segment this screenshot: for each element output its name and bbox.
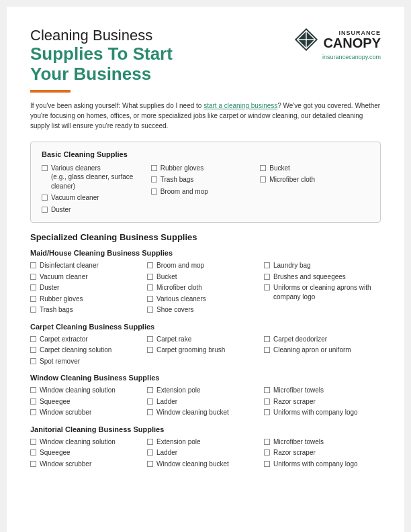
item-label: Trash bags	[161, 175, 194, 184]
checkbox[interactable]	[151, 189, 157, 195]
checkbox[interactable]	[264, 274, 270, 280]
checkbox[interactable]	[30, 409, 36, 415]
checkbox[interactable]	[147, 274, 153, 280]
carpet-col1: Carpet extractor Carpet cleaning solutio…	[30, 335, 147, 366]
intro-text: If you've been asking yourself: What sup…	[30, 101, 381, 131]
checkbox[interactable]	[151, 165, 157, 171]
checkbox[interactable]	[264, 398, 270, 405]
item-label: Uniforms or cleaning aprons with company…	[273, 283, 378, 301]
maid-col2: Broom and mop Bucket Microfiber cloth Va…	[147, 261, 264, 315]
checkbox[interactable]	[42, 207, 48, 213]
carpet-col2: Carpet rake Carpet grooming brush	[147, 335, 264, 366]
item-label: Extension pole	[156, 386, 201, 395]
list-item: Window cleaning solution	[30, 437, 147, 447]
checkbox[interactable]	[147, 307, 153, 313]
checkbox[interactable]	[260, 165, 266, 171]
list-item: Microfiber cloth	[260, 175, 369, 184]
list-item: Trash bags	[151, 175, 261, 184]
list-item: Rubber gloves	[30, 295, 147, 304]
item-label: Razor scraper	[273, 448, 316, 458]
list-item: Trash bags	[30, 305, 147, 315]
checkbox[interactable]	[30, 296, 36, 302]
item-label: Brushes and squeegees	[273, 272, 346, 282]
intro-link[interactable]: start a cleaning business	[203, 102, 277, 109]
logo-text-block: INSURANCE CANOPY	[323, 30, 381, 50]
checkbox[interactable]	[264, 439, 270, 445]
basic-section: Basic Cleaning Supplies Various cleaners…	[30, 142, 381, 223]
checkbox[interactable]	[147, 398, 153, 405]
janitorial-col3: Microfiber towels Razor scraper Uniforms…	[264, 437, 381, 469]
checkbox[interactable]	[264, 461, 270, 467]
checkbox[interactable]	[264, 449, 270, 456]
janitorial-col1: Window cleaning solution Squeegee Window…	[30, 437, 147, 469]
list-item: Shoe covers	[147, 305, 264, 315]
checkbox[interactable]	[30, 461, 36, 467]
checkbox[interactable]	[30, 439, 36, 445]
checkbox[interactable]	[30, 336, 36, 342]
item-label: Ladder	[156, 448, 177, 458]
specialized-title: Specialized Cleaning Business Supplies	[30, 232, 381, 242]
item-label: Window cleaning bucket	[156, 408, 229, 417]
list-item: Window cleaning bucket	[147, 408, 264, 417]
item-label: Window cleaning solution	[40, 437, 116, 447]
checkbox[interactable]	[30, 358, 36, 364]
checkbox[interactable]	[147, 409, 153, 415]
item-label: Cleaning apron or uniform	[273, 345, 351, 355]
checkbox[interactable]	[147, 461, 153, 467]
window-col2: Extension pole Ladder Window cleaning bu…	[147, 386, 264, 417]
logo-url[interactable]: insurancecanopy.com	[293, 54, 381, 60]
checkbox[interactable]	[264, 284, 270, 290]
item-label: Microfiber cloth	[269, 175, 315, 184]
item-label: Duster	[40, 283, 59, 292]
checkbox[interactable]	[264, 262, 270, 268]
checkbox[interactable]	[30, 262, 36, 268]
checkbox[interactable]	[147, 449, 153, 456]
checkbox[interactable]	[147, 439, 153, 445]
item-label: Vacuum cleaner	[40, 272, 88, 282]
list-item: Bucket	[147, 272, 264, 282]
checkbox[interactable]	[30, 274, 36, 280]
list-item: Microfiber cloth	[147, 283, 264, 292]
item-label: Carpet rake	[156, 335, 191, 344]
checkbox[interactable]	[147, 296, 153, 302]
list-item: Disinfectant cleaner	[30, 261, 147, 270]
checkbox[interactable]	[147, 387, 153, 393]
basic-col2: Rubber gloves Trash bags Broom and mop	[151, 164, 261, 215]
list-item: Window cleaning solution	[30, 386, 147, 395]
list-item: Razor scraper	[264, 448, 381, 458]
checkbox[interactable]	[264, 347, 270, 353]
checkbox[interactable]	[147, 262, 153, 268]
checkbox[interactable]	[30, 387, 36, 393]
item-label: Window scrubber	[40, 460, 91, 469]
checkbox[interactable]	[30, 284, 36, 290]
checkbox[interactable]	[264, 336, 270, 342]
logo-block: INSURANCE CANOPY insurancecanopy.com	[293, 27, 381, 60]
item-label: Rubber gloves	[161, 164, 203, 173]
checkbox[interactable]	[147, 336, 153, 342]
list-item: Uniforms with company logo	[264, 408, 381, 417]
logo-canopy-text: CANOPY	[323, 36, 381, 50]
item-label: Uniforms with company logo	[273, 408, 358, 417]
checkbox[interactable]	[42, 195, 48, 201]
checkbox[interactable]	[30, 398, 36, 405]
specialized-section: Specialized Cleaning Business Supplies M…	[30, 232, 381, 468]
checkbox[interactable]	[147, 284, 153, 290]
checkbox[interactable]	[42, 165, 48, 171]
checkbox[interactable]	[151, 176, 157, 182]
checkbox[interactable]	[30, 347, 36, 353]
list-item: Broom and mop	[147, 261, 264, 270]
window-col1: Window cleaning solution Squeegee Window…	[30, 386, 147, 417]
checkbox[interactable]	[264, 409, 270, 415]
orange-bar	[30, 90, 71, 93]
item-label: Uniforms with company logo	[273, 460, 358, 469]
checkbox[interactable]	[264, 387, 270, 393]
window-section-title: Window Cleaning Business Supplies	[30, 374, 381, 382]
intro-before-link: If you've been asking yourself: What sup…	[30, 102, 203, 109]
checkbox[interactable]	[30, 307, 36, 313]
checkbox[interactable]	[30, 449, 36, 456]
item-label: Laundry bag	[273, 261, 311, 270]
checkbox[interactable]	[147, 347, 153, 353]
item-label: Broom and mop	[161, 187, 208, 197]
checkbox[interactable]	[260, 176, 266, 182]
item-label: Bucket	[269, 164, 290, 173]
